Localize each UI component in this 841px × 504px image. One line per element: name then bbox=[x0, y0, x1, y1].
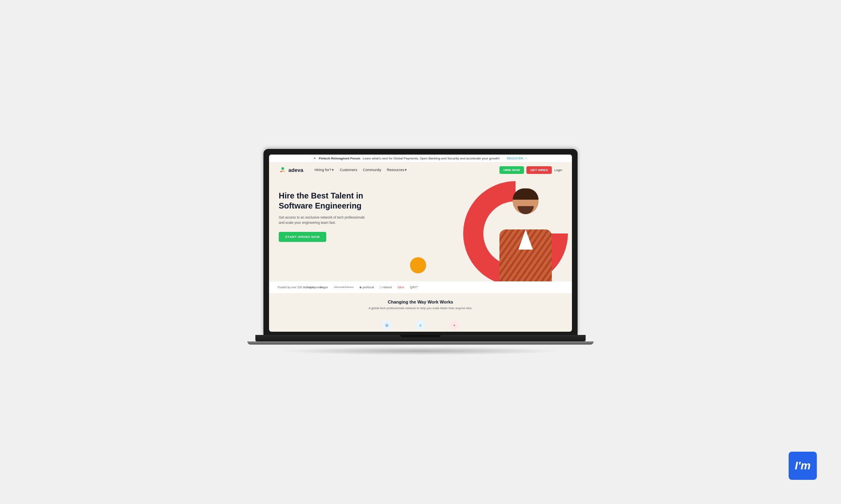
im-badge-text: I'm bbox=[795, 459, 810, 472]
start-hiring-button[interactable]: START HIRING NOW bbox=[279, 232, 326, 242]
changing-subtitle: A global tech professionals network to h… bbox=[277, 306, 564, 310]
hire-now-button[interactable]: HIRE NOW bbox=[499, 166, 524, 174]
icon-circle-2: ≡ bbox=[416, 320, 425, 330]
bottom-icon-1: ⚙ bbox=[382, 320, 392, 330]
nav-hiring-for[interactable]: Hiring for? ▾ bbox=[315, 168, 334, 172]
changing-section: Changing the Way Work Works A global tec… bbox=[269, 293, 572, 316]
laptop-shadow bbox=[280, 347, 561, 355]
announcement-text: Learn what's next for Global Payments, O… bbox=[363, 157, 500, 160]
logo[interactable]: adeva bbox=[279, 166, 303, 174]
announcement-bar: ✦ Fintech Reimagined Forum Learn what's … bbox=[269, 155, 572, 163]
nav-links: Hiring for? ▾ Customers Community Resour… bbox=[315, 168, 491, 172]
person-head bbox=[513, 188, 539, 214]
screen: ✦ Fintech Reimagined Forum Learn what's … bbox=[269, 155, 572, 332]
person-illustration bbox=[487, 181, 564, 281]
logo-text: adeva bbox=[288, 167, 303, 173]
screen-bezel: ✦ Fintech Reimagined Forum Learn what's … bbox=[269, 155, 572, 332]
scene: ✦ Fintech Reimagined Forum Learn what's … bbox=[247, 149, 594, 355]
announcement-label: Fintech Reimagined Forum bbox=[319, 157, 360, 160]
website: ✦ Fintech Reimagined Forum Learn what's … bbox=[269, 155, 572, 332]
company-logos: ○ hopin imgur Johnson&Johnson ◈ perfocal… bbox=[304, 285, 418, 289]
hero-illustration bbox=[439, 177, 572, 281]
person-beard bbox=[518, 206, 534, 214]
logo-hopin: ○ hopin bbox=[304, 285, 315, 289]
nav-resources[interactable]: Resources ▾ bbox=[387, 168, 407, 172]
hero-section: Hire the Best Talent in Software Enginee… bbox=[269, 177, 572, 281]
svg-point-1 bbox=[280, 171, 282, 172]
laptop-lid: ✦ Fintech Reimagined Forum Learn what's … bbox=[263, 149, 578, 335]
logo-qry: QRY° bbox=[410, 285, 418, 289]
laptop-foot bbox=[247, 341, 594, 345]
bottom-icon-3: • bbox=[450, 320, 459, 330]
icon-circle-1: ⚙ bbox=[382, 320, 392, 330]
bottom-icons-row: ⚙ ≡ • bbox=[269, 316, 572, 332]
logo-jj: Johnson&Johnson bbox=[334, 286, 354, 288]
logo-perfocal: ◈ perfocal bbox=[359, 285, 374, 289]
svg-point-0 bbox=[282, 167, 284, 170]
im-badge: I'm bbox=[789, 452, 817, 480]
trusted-text: Trusted by over 200 tech companies bbox=[277, 285, 297, 289]
icon-circle-3: • bbox=[450, 320, 459, 330]
logo-imgur: imgur bbox=[320, 285, 328, 289]
star-icon: ✦ bbox=[313, 157, 316, 160]
hero-title: Hire the Best Talent in Software Enginee… bbox=[279, 191, 365, 211]
hero-content: Hire the Best Talent in Software Enginee… bbox=[279, 187, 365, 242]
logo-reboot: □ reboot bbox=[380, 285, 392, 289]
trusted-bar: Trusted by over 200 tech companies ○ hop… bbox=[269, 281, 572, 293]
hero-subtitle: Get access to an exclusive network of te… bbox=[279, 215, 365, 225]
yellow-blob bbox=[410, 257, 426, 273]
laptop-base bbox=[255, 335, 586, 341]
nav-buttons: HIRE NOW GET HIRED Login bbox=[499, 166, 562, 174]
person-hair bbox=[513, 188, 539, 200]
bottom-icon-2: ≡ bbox=[416, 320, 425, 330]
changing-title: Changing the Way Work Works bbox=[277, 300, 564, 304]
person-body bbox=[499, 229, 552, 281]
login-button[interactable]: Login bbox=[554, 168, 562, 172]
laptop-notch bbox=[400, 335, 441, 337]
logo-icon bbox=[279, 166, 287, 174]
nav-customers[interactable]: Customers bbox=[340, 168, 357, 172]
logo-slice: Slice bbox=[397, 285, 404, 289]
main-nav: adeva Hiring for? ▾ Customers Community … bbox=[269, 163, 572, 177]
nav-community[interactable]: Community bbox=[363, 168, 381, 172]
register-link[interactable]: REGISTER → bbox=[507, 157, 527, 160]
get-hired-button[interactable]: GET HIRED bbox=[526, 166, 552, 174]
